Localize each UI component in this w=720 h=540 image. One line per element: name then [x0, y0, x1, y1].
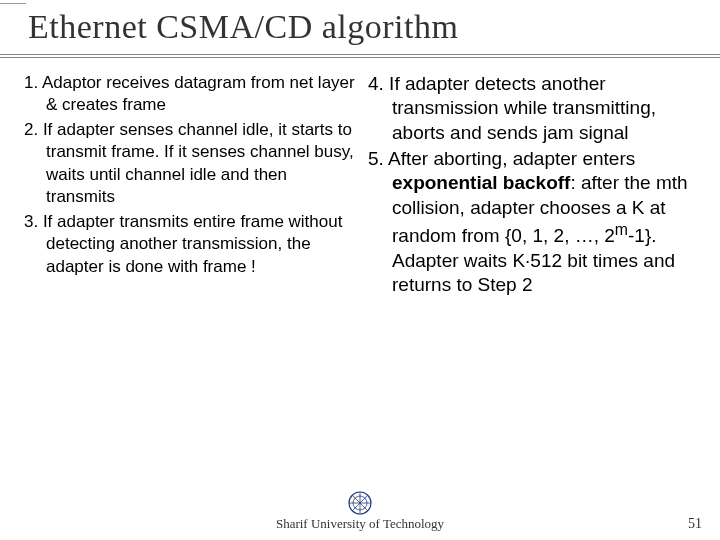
footer-text: Sharif University of Technology — [0, 516, 720, 532]
slide-title: Ethernet CSMA/CD algorithm — [28, 8, 720, 46]
step-2: 2. If adapter senses channel idle, it st… — [24, 119, 356, 209]
university-logo-icon — [347, 490, 373, 516]
step-3: 3. If adapter transmits entire frame wit… — [24, 211, 356, 278]
title-underline — [0, 54, 720, 60]
right-column: 4. If adapter detects another transmissi… — [368, 72, 700, 299]
step-5: 5. After aborting, adapter enters expone… — [368, 147, 700, 297]
step-5-pre: 5. After aborting, adapter enters — [368, 148, 635, 169]
left-column: 1. Adaptor receives datagram from net la… — [24, 72, 356, 299]
content-area: 1. Adaptor receives datagram from net la… — [0, 46, 720, 299]
step-5-sup: m — [615, 221, 628, 238]
step-1: 1. Adaptor receives datagram from net la… — [24, 72, 356, 117]
page-number: 51 — [688, 516, 702, 532]
step-4: 4. If adapter detects another transmissi… — [368, 72, 700, 145]
step-5-bold: exponential backoff — [392, 172, 570, 193]
